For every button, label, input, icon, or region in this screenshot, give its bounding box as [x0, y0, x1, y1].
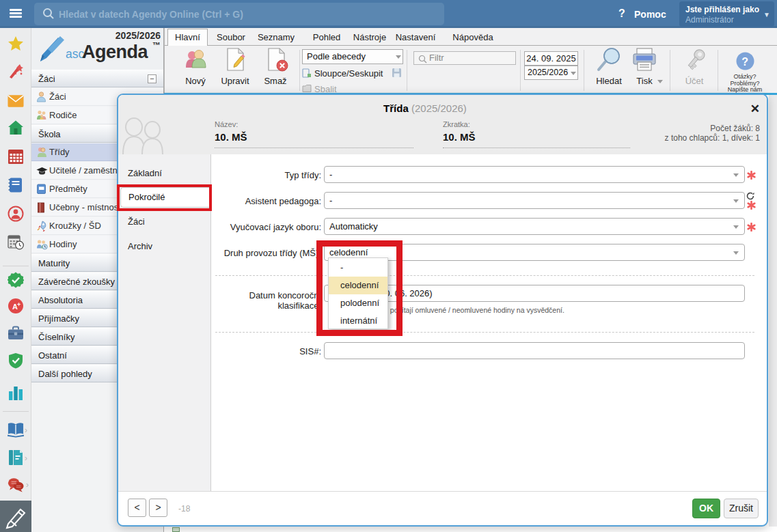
svg-text:?: ? — [741, 56, 748, 68]
svg-text:+: + — [17, 301, 21, 308]
